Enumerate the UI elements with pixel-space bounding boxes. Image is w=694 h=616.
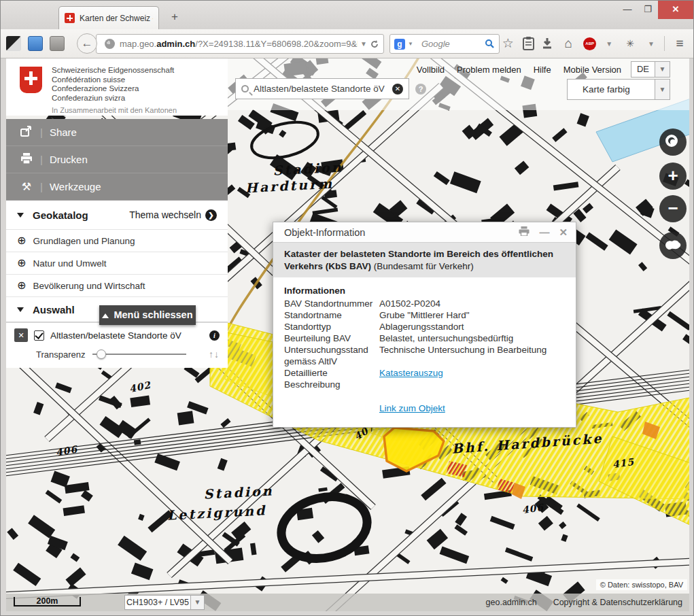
footer-links: geo.admin.ch Copyright & Datenschutzerkl…	[486, 598, 682, 607]
back-button[interactable]: ←	[77, 33, 97, 54]
map-style-value: Karte farbig	[568, 80, 655, 99]
geolocate-dot	[670, 139, 676, 145]
expand-plus-icon[interactable]: ⊕	[17, 280, 26, 291]
geoadmin-link[interactable]: geo.admin.ch	[486, 598, 537, 607]
addon-archive-icon[interactable]	[50, 36, 65, 51]
geolocate-button[interactable]	[659, 129, 687, 156]
catalog-category[interactable]: ⊕ Grundlagen und Planung	[6, 229, 228, 252]
attribute-label: BAV Standortnummer	[284, 298, 379, 309]
object-link[interactable]: Link zum Objekt	[379, 403, 445, 413]
new-tab-button[interactable]: +	[166, 9, 184, 25]
catalog-category[interactable]: ⊕ Bevölkerung und Wirtschaft	[6, 274, 228, 296]
language-select[interactable]: DE ▼	[631, 61, 670, 78]
language-value: DE	[631, 62, 655, 77]
cadastre-extract-link[interactable]: Katasterauszug	[379, 368, 443, 378]
expand-plus-icon[interactable]: ⊕	[17, 258, 26, 269]
link-mobile-version[interactable]: Mobile Version	[563, 65, 621, 75]
zoom-out-button[interactable]: −	[659, 195, 687, 222]
close-menu-button[interactable]: Menü schliessen	[99, 305, 196, 325]
minus-icon: −	[667, 198, 678, 218]
remove-layer-button[interactable]: ✕	[14, 328, 28, 342]
addon-screenshot-icon[interactable]	[6, 36, 21, 51]
browser-search-box[interactable]: g ▼ Google	[389, 34, 500, 54]
layer-reorder-arrows[interactable]: ↑↓	[209, 349, 220, 360]
reload-icon[interactable]	[370, 39, 379, 49]
projection-select[interactable]: CH1903+ / LV95 ▼	[124, 595, 205, 610]
category-label: Grundlagen und Planung	[33, 236, 135, 246]
addon-dropdown-icon[interactable]: ▼	[645, 40, 657, 48]
zoom-to-extent-button[interactable]	[659, 232, 687, 259]
print-icon[interactable]	[519, 226, 530, 238]
menu-hamburger-icon[interactable]: ≡	[672, 35, 688, 52]
catalog-category[interactable]: ⊕ Natur und Umwelt	[6, 252, 228, 274]
addon-page-icon[interactable]	[28, 36, 43, 51]
search-help-icon[interactable]: ?	[415, 84, 426, 95]
divider: |	[40, 154, 43, 165]
minimize-button[interactable]: —	[617, 1, 638, 19]
partnership-note: In Zusammenarbeit mit den Kantonen	[52, 106, 228, 114]
clear-search-icon[interactable]: ✕	[392, 84, 403, 95]
attribute-row: Detaillierte Beschreibung Katasterauszug	[284, 367, 565, 390]
layer-info-icon[interactable]: i	[209, 330, 220, 341]
map-search-field[interactable]: ✕	[235, 78, 409, 99]
attribute-row: Untersuchungsstand gemäss AltlV Technisc…	[284, 344, 565, 367]
adblock-dropdown-icon[interactable]: ▼	[603, 40, 615, 48]
sidebar-item-share[interactable]: | Share	[6, 119, 228, 146]
sidebar-item-print[interactable]: | Drucken	[6, 146, 228, 173]
projection-value: CH1903+ / LV95	[125, 596, 190, 609]
zoom-in-button[interactable]: +	[659, 162, 687, 190]
switch-theme-link[interactable]: Thema wechseln ❯	[129, 209, 217, 221]
slider-knob[interactable]	[97, 349, 106, 359]
home-icon[interactable]: ⌂	[560, 35, 576, 52]
layer-label: Altlasten/belastete Standorte öV	[50, 330, 203, 341]
close-button[interactable]: ✕	[658, 1, 693, 19]
search-input[interactable]	[254, 84, 392, 94]
search-go-icon[interactable]	[485, 39, 495, 49]
search-engine-placeholder: Google	[421, 39, 485, 49]
downloads-icon[interactable]	[541, 37, 553, 50]
browser-navbar: ← map.geo.admin.ch/?X=249138.11&Y=680698…	[1, 29, 693, 58]
expand-plus-icon[interactable]: ⊕	[17, 235, 26, 246]
sidebar-item-label: Share	[50, 126, 77, 138]
link-fullscreen[interactable]: Vollbild	[417, 65, 445, 75]
close-popup-icon[interactable]: ✕	[559, 226, 568, 239]
copyright-link[interactable]: Copyright & Datenschutzerklärung	[553, 598, 682, 607]
scale-bar: 200m	[14, 597, 81, 606]
logo-line: Confederazione Svizzera	[52, 84, 228, 94]
tools-icon: ⚒	[18, 180, 35, 193]
browser-tab[interactable]: Karten der Schweiz - Schweize...	[58, 6, 159, 29]
sidebar-item-tools[interactable]: ⚒ | Werkzeuge	[6, 173, 228, 201]
minimize-popup-icon[interactable]: —	[539, 226, 549, 238]
transparency-label: Transparenz	[36, 349, 86, 360]
url-dropdown-icon[interactable]: ▼	[358, 40, 370, 48]
link-report-problem[interactable]: Problem melden	[457, 65, 521, 75]
logo-line: Confédération suisse	[52, 75, 228, 85]
attribute-row: Standorttyp Ablagerungsstandort	[284, 321, 565, 332]
popup-header[interactable]: Objekt-Information — ✕	[273, 222, 576, 242]
bookmark-star-icon[interactable]: ☆	[500, 35, 516, 52]
adblock-plus-icon[interactable]: ABP	[583, 37, 596, 50]
map-style-select[interactable]: Karte farbig ▼	[567, 79, 670, 100]
arrow-right-circle-icon: ❯	[205, 209, 217, 221]
attribute-value: A01502-P0204	[379, 298, 565, 309]
bookmarks-panel-icon[interactable]	[523, 37, 534, 50]
plus-icon: +	[667, 165, 678, 186]
slider-track	[92, 354, 186, 355]
url-bar[interactable]: map.geo.admin.ch/?X=249138.11&Y=680698.2…	[96, 34, 384, 54]
object-information-popup: Objekt-Information — ✕ Kataster der bela…	[273, 222, 576, 428]
link-help[interactable]: Hilfe	[534, 65, 551, 75]
share-icon	[18, 126, 35, 139]
addon-misc-icon[interactable]: ✳	[622, 35, 638, 52]
category-label: Bevölkerung und Wirtschaft	[33, 281, 145, 291]
transparency-slider[interactable]	[92, 349, 186, 359]
attribute-value: Technische Untersuchung in Bearbeitung	[379, 344, 565, 367]
attribute-row: BAV Standortnummer A01502-P0204	[284, 298, 565, 309]
geocatalog-header[interactable]: Geokatalog Thema wechseln ❯	[6, 201, 228, 229]
map-attribution[interactable]: © Daten: swisstopo, BAV	[596, 579, 687, 590]
geocatalog-panel: Geokatalog Thema wechseln ❯ ⊕ Grundlagen…	[6, 201, 228, 322]
sidebar-item-label: Werkzeuge	[50, 181, 101, 192]
search-engine-dropdown-icon[interactable]: ▼	[405, 41, 416, 47]
layer-checkbox[interactable]	[34, 330, 44, 341]
maximize-button[interactable]: ❐	[638, 1, 658, 19]
google-logo-icon: g	[394, 39, 405, 50]
